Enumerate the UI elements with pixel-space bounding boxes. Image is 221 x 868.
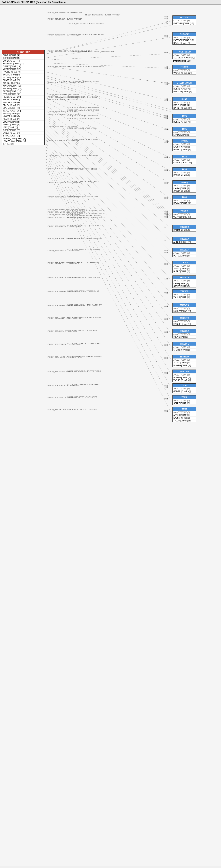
fagl-mandt: MANDT [CLNT (3)] bbox=[173, 54, 196, 56]
table-t880-header: T880 bbox=[173, 195, 196, 199]
table-ska1-header: SKA1 bbox=[173, 97, 196, 101]
fagl-segment: SEGMENT [CHAR (10)] bbox=[173, 56, 196, 59]
table-tfk007f: TFK007F MANDT [CLNT (3)] LAND [CHAR (3)]… bbox=[172, 276, 196, 288]
table-tfk056a-header: TFK056A bbox=[173, 329, 196, 333]
card-t059q: 0..N bbox=[165, 183, 168, 185]
rel-strkz-tfk007f: FKKOP_REP:STRKZ = TFK007F-STRKZ bbox=[48, 276, 81, 278]
rel-mwsko: FKKOP_REP:MWSKO = SKA1-SAKNR bbox=[48, 94, 79, 96]
table-ska1: SKA1 MANDT [CLNT (3)] KTOPL [CHAR (4)] S… bbox=[172, 97, 196, 110]
rel-mwskz-t007a: FKKOP_REP:MWSKZ = T007A-MWSKZ bbox=[48, 139, 80, 141]
card-tcurc-3: 0..N bbox=[165, 215, 168, 217]
table-t001-header: T001 bbox=[173, 114, 196, 118]
tfk056s-mandt: MANDT [CLNT (3)] bbox=[173, 346, 196, 348]
t880-mandt: MANDT [CLNT (3)] bbox=[173, 199, 196, 202]
table-t001: T001 MANDT [CLNT (3)] BUKRS [CHAR (4)] bbox=[172, 114, 196, 123]
tfk056a-mandt: MANDT [CLNT (3)] bbox=[173, 333, 196, 336]
rel-blart-tfk003: FKKOP_REP:BLART = TFK003-BLART bbox=[48, 262, 79, 264]
field-strkz: STRKZ [CHAR (2)] bbox=[2, 134, 45, 137]
field-augrd: AUGRD [CHAR (2)] bbox=[2, 98, 45, 101]
tfk003-applk: APPLK [CHAR (1)] bbox=[173, 267, 196, 270]
card-tfk008: 0..N bbox=[165, 292, 168, 294]
rel-mahnv-tfk047a: FKKOP_REP:MAHNV = TFK047A-MAHNV bbox=[48, 304, 82, 306]
field-ikey: IKEY [CHAR (2)] bbox=[2, 126, 45, 129]
table-tgsb: TGSB MANDT [CLNT (3)] GSBER [CHAR (4)] bbox=[172, 383, 196, 393]
table-ttxj-header: TTXJ bbox=[173, 407, 196, 411]
tfk000k-kontt: KONTT [CHAR (2)] bbox=[173, 229, 196, 231]
fkkvk-vkont: VKONT [CHAR (12)] bbox=[173, 71, 196, 74]
field-mansp: MANSP [CHAR (1)] bbox=[2, 101, 45, 104]
t059q-mandt: MANDT [CLNT (3)] bbox=[173, 184, 196, 187]
table-j1bbranch: J_1BBRANCH MANDT [CLNT (3)] BUKRS [CHAR … bbox=[172, 81, 196, 93]
ttxj-kalsm: KALSM [CHAR (6)] bbox=[173, 416, 196, 419]
field-mwsko: MWSKO [CHAR (10)] bbox=[2, 84, 45, 87]
tfk047a-mahnv: MAHNV [CHAR (2)] bbox=[173, 310, 196, 312]
tfk003-blart: BLART [CHAR (2)] bbox=[173, 270, 196, 273]
table-tfkhvo: TFKHVO MANDT [CLNT (3)] APPLK [CHAR (1)]… bbox=[172, 355, 196, 367]
table-tgsb-header: TGSB bbox=[173, 383, 196, 387]
table-t005-header: T005 bbox=[173, 127, 196, 131]
tfk008-zahls: ZAHLS [CHAR (1)] bbox=[173, 296, 196, 299]
svg-line-91 bbox=[46, 155, 170, 359]
field-embvt: EMBVT [CHAR (4)] bbox=[2, 123, 45, 126]
field-tvorg: TVORG [CHAR (4)] bbox=[2, 73, 45, 76]
svg-text:FKKOP_REP:GPART = BUT000-PARTN: FKKOP_REP:GPART = BUT000-PARTNER bbox=[70, 23, 104, 25]
card-tfk001p: 0..N bbox=[165, 251, 168, 253]
rel-persl-tfk001p: FKKOP_REP:PERSL = TFK001P-PERSL bbox=[48, 250, 81, 252]
tfk008-mandt: MANDT [CLNT (3)] bbox=[173, 293, 196, 296]
tgsb-mandt: MANDT [CLNT (3)] bbox=[173, 387, 196, 390]
card-ska1: 0..N bbox=[165, 99, 168, 101]
field-gsber: GSBER [CHAR (4)] bbox=[2, 57, 45, 59]
table-t035-header: T035 bbox=[173, 155, 196, 158]
tfk056s-sperz: SPERZ [CHAR (1)] bbox=[173, 348, 196, 351]
svg-line-64 bbox=[46, 126, 170, 240]
table-fkkvk-header: FKKVK bbox=[173, 65, 196, 69]
field-gpart: GPART [CHAR (10)] bbox=[2, 65, 45, 68]
ska1-saknr: SAKNR [CHAR (10)] bbox=[173, 106, 196, 109]
t001-bukrs: BUKRS [CHAR (4)] bbox=[173, 120, 196, 123]
rel-gsber-tgsb: FKKOP_REP:GSBER = TGSB-GSBER bbox=[48, 384, 79, 386]
card-tfk003: 0..N bbox=[165, 264, 168, 266]
table-tfk000k-header: TFK000K bbox=[173, 225, 196, 229]
svg-line-52 bbox=[46, 117, 170, 215]
tfk047a-mandt: MANDT [CLNT (3)] bbox=[173, 307, 196, 310]
rel-fdlev-t036: FKKOP_REP:FDLEV = T036-EBENE bbox=[48, 167, 77, 169]
table-tfktvo: TFKTVO MANDT [CLNT (3)] HVORG [CHAR (4)]… bbox=[172, 370, 196, 382]
field-kdwtt: KDWTT [CHAR (2)] bbox=[2, 115, 45, 118]
rel-embvt: FKKOP_REP:EMBVT = BUT0BK:BKVID bbox=[48, 34, 80, 36]
field-spart: SPART [CHAR (2)] bbox=[2, 79, 45, 82]
svg-line-82 bbox=[46, 146, 170, 320]
main-table: FKKOP_REP BUKRS [CHAR (4)] GSBER [CHAR (… bbox=[2, 50, 45, 145]
table-t005: T005 MANDT [CLNT (3)] LAND1 [CHAR (3)] bbox=[172, 127, 196, 136]
card-tfk047a: 0..N bbox=[165, 306, 168, 308]
table-tfk001p: TFK001P MANDT [CLNT (3)] PERSL [CHAR (4)… bbox=[172, 248, 196, 257]
table-t036: T036 MANDT [CLNT (3)] EBENE [CHAR (2)] bbox=[172, 167, 196, 177]
table-tfktvo-header: TFKTVO bbox=[173, 370, 196, 373]
svg-line-3 bbox=[46, 25, 170, 54]
card-tfk000k: 1 bbox=[165, 227, 166, 229]
rel-vbund-t880: FKKOP_REP:PVBUND = T880-RCOMP bbox=[48, 196, 80, 198]
rel-txjcd-ttxj: FKKOP_REP:TXJCD = TTXJ-TXJCD bbox=[48, 408, 77, 410]
card-tfk056a: 0..N bbox=[165, 332, 168, 334]
but0bk-partner: PARTNER [CHAR (10)] bbox=[173, 39, 196, 41]
field-sperz: SPERZ [CHAR (2)] bbox=[2, 106, 45, 109]
tfk007f-mandt: MANDT [CLNT (3)] bbox=[173, 279, 196, 282]
field-txjcd: TXJCD [CHAR (15)] bbox=[2, 109, 45, 112]
t880-rcomp: RCOMP [CHAR (6)] bbox=[173, 202, 196, 205]
table-but0bk-header: BUT0BK bbox=[173, 32, 196, 36]
rel-bupla: FKKOP_REP:BUPLA = J_1BBRANCH-BRANCH bbox=[48, 82, 86, 83]
ttxj-mandt: MANDT [CLNT (3)] bbox=[173, 411, 196, 414]
table-tfk007f-header: TFK007F bbox=[173, 276, 196, 279]
table-tfk056s-header: TFK056S bbox=[173, 342, 196, 346]
tfkhvo-hvorg: HVORG [CHAR (4)] bbox=[173, 364, 196, 367]
t059q-qsskz: QSSKZ [CHAR (2)] bbox=[173, 190, 196, 192]
card-but000-2: 1..N bbox=[165, 21, 168, 22]
table-tfk001a: TFK001A AUGRD [CHAR (2)] bbox=[172, 237, 196, 244]
tfk047s-mandt: MANDT [CLNT (3)] bbox=[173, 320, 196, 322]
card-tfkhvo: 0..N bbox=[165, 358, 168, 360]
card-tfk007f: 1..N bbox=[165, 278, 168, 280]
tspa-spart: SPART [CHAR (2)] bbox=[173, 402, 196, 405]
table-tfk047s-header: TFK047S bbox=[173, 316, 196, 320]
card-tfk056s: 0..N bbox=[165, 345, 168, 347]
card-t005: 0..N bbox=[165, 128, 168, 130]
partner-char-label: PARTNER CHAR bbox=[173, 60, 191, 62]
